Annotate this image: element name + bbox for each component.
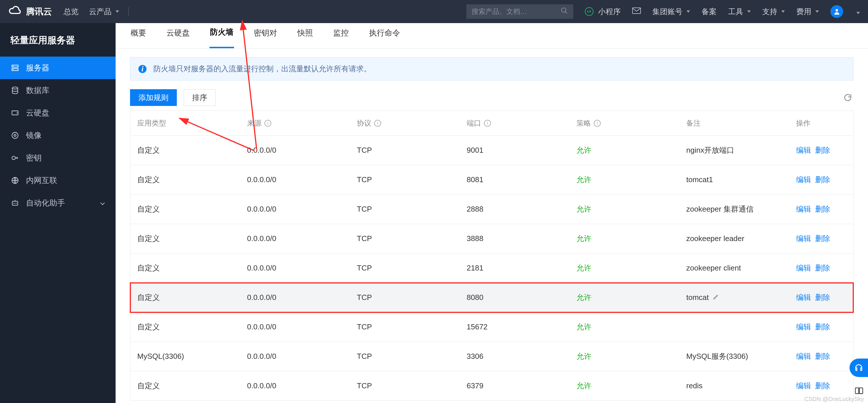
chevron-down-icon: [100, 199, 105, 208]
top-link-overview[interactable]: 总览: [64, 7, 79, 17]
delete-link[interactable]: 删除: [815, 234, 830, 244]
toolbar: 添加规则 排序: [130, 89, 854, 106]
sidebar-item-label: 内网互联: [26, 175, 57, 186]
td-source: 0.0.0.0/0: [240, 352, 350, 361]
td-source: 0.0.0.0/0: [240, 205, 350, 214]
td-port: 6379: [460, 381, 569, 390]
delete-link[interactable]: 删除: [815, 145, 830, 155]
svg-point-6: [17, 112, 18, 113]
table-row: 自定义0.0.0.0/0TCP3888允许zookeeper leader编辑删…: [130, 224, 853, 254]
edit-link[interactable]: 编辑: [796, 175, 811, 185]
edit-link[interactable]: 编辑: [796, 263, 811, 273]
td-remark: redis: [679, 381, 789, 390]
top-link-tools[interactable]: 工具: [728, 7, 751, 17]
sidebar-title: 轻量应用服务器: [0, 23, 116, 57]
top-link-products[interactable]: 云产品: [89, 7, 119, 17]
support-fab[interactable]: [849, 359, 868, 377]
td-policy: 允许: [569, 322, 679, 332]
td-source: 0.0.0.0/0: [240, 234, 350, 243]
table-row: 自定义0.0.0.0/0TCP8080允许tomcat编辑删除: [130, 283, 853, 312]
mail-icon-wrap[interactable]: [632, 7, 641, 16]
delete-link[interactable]: 删除: [815, 293, 830, 303]
td-actions: 编辑删除: [789, 322, 868, 332]
top-link-miniprogram[interactable]: 小程序: [585, 7, 621, 17]
tab-4[interactable]: 快照: [297, 23, 313, 48]
tab-3[interactable]: 密钥对: [253, 23, 278, 48]
edit-link[interactable]: 编辑: [796, 234, 811, 244]
svg-point-4: [12, 87, 18, 89]
td-source: 0.0.0.0/0: [240, 175, 350, 184]
edit-link[interactable]: 编辑: [796, 381, 811, 391]
td-port: 15672: [460, 323, 569, 331]
avatar[interactable]: [831, 5, 843, 18]
edit-link[interactable]: 编辑: [796, 293, 811, 303]
sidebar-item-network[interactable]: 内网互联: [0, 169, 116, 192]
sidebar-item-robot[interactable]: 自动化助手: [0, 192, 116, 214]
avatar-chevron-icon[interactable]: [855, 7, 860, 16]
td-source: 0.0.0.0/0: [240, 264, 350, 272]
delete-link[interactable]: 删除: [815, 175, 830, 185]
td-protocol: TCP: [350, 381, 460, 390]
td-protocol: TCP: [350, 234, 460, 243]
help-icon[interactable]: i: [594, 120, 601, 127]
sidebar: 轻量应用服务器 服务器数据库云硬盘镜像密钥内网互联自动化助手: [0, 23, 116, 403]
tab-6[interactable]: 执行命令: [368, 23, 401, 48]
topbar: 腾讯云 总览 云产品 小程序 集团账号 备案 工具 支持 费用: [0, 0, 868, 23]
delete-link[interactable]: 删除: [815, 322, 830, 332]
top-link-billing[interactable]: 费用: [796, 7, 819, 17]
edit-link[interactable]: 编辑: [796, 145, 811, 155]
edit-link[interactable]: 编辑: [796, 204, 811, 214]
td-source: 0.0.0.0/0: [240, 146, 350, 155]
pencil-icon[interactable]: [713, 293, 719, 302]
network-icon: [10, 176, 20, 185]
table-row: 自定义0.0.0.0/0TCP2888允许zookeeper 集群通信编辑删除: [130, 195, 853, 224]
td-policy: 允许: [569, 351, 679, 362]
svg-point-13: [16, 203, 17, 204]
th-protocol: 协议i: [350, 119, 460, 128]
miniprogram-label: 小程序: [598, 7, 621, 17]
td-app-type: MySQL(3306): [130, 352, 240, 361]
top-link-beian[interactable]: 备案: [702, 7, 717, 17]
sidebar-item-server[interactable]: 服务器: [0, 57, 116, 79]
sidebar-item-key[interactable]: 密钥: [0, 147, 116, 169]
brand[interactable]: 腾讯云: [8, 4, 52, 19]
sort-button[interactable]: 排序: [184, 89, 216, 106]
td-protocol: TCP: [350, 146, 460, 155]
top-link-support[interactable]: 支持: [762, 7, 785, 17]
td-protocol: TCP: [350, 264, 460, 272]
th-source: 来源i: [240, 119, 350, 128]
edit-link[interactable]: 编辑: [796, 351, 811, 362]
td-app-type: 自定义: [130, 381, 240, 391]
disk-icon: [10, 108, 20, 117]
td-protocol: TCP: [350, 293, 460, 302]
td-port: 3888: [460, 234, 569, 243]
delete-link[interactable]: 删除: [815, 351, 830, 362]
top-link-account[interactable]: 集团账号: [652, 7, 690, 17]
table-header: 应用类型 来源i 协议i 端口i 策略i 备注 操作: [130, 111, 853, 136]
help-icon[interactable]: i: [484, 120, 491, 127]
tab-1[interactable]: 云硬盘: [166, 23, 190, 48]
help-icon[interactable]: i: [374, 120, 381, 127]
tab-2[interactable]: 防火墙: [210, 23, 234, 48]
headset-icon: [854, 363, 863, 372]
tab-0[interactable]: 概要: [130, 23, 147, 48]
search-input[interactable]: [471, 7, 561, 15]
tab-5[interactable]: 监控: [333, 23, 349, 48]
sidebar-item-image[interactable]: 镜像: [0, 124, 116, 147]
td-protocol: TCP: [350, 205, 460, 214]
add-rule-button[interactable]: 添加规则: [130, 89, 177, 106]
delete-link[interactable]: 删除: [815, 263, 830, 273]
refresh-button[interactable]: [842, 92, 854, 103]
delete-link[interactable]: 删除: [815, 204, 830, 214]
sidebar-item-disk[interactable]: 云硬盘: [0, 102, 116, 124]
edit-link[interactable]: 编辑: [796, 322, 811, 332]
sidebar-item-db[interactable]: 数据库: [0, 79, 116, 102]
td-port: 8081: [460, 175, 569, 184]
search-wrap: [466, 4, 573, 19]
help-icon[interactable]: i: [265, 120, 271, 127]
search-icon[interactable]: [561, 7, 568, 16]
td-app-type: 自定义: [130, 204, 240, 214]
td-remark: zookeeper client: [679, 264, 789, 272]
delete-link[interactable]: 删除: [815, 381, 830, 391]
td-remark: tomcat1: [679, 175, 789, 184]
